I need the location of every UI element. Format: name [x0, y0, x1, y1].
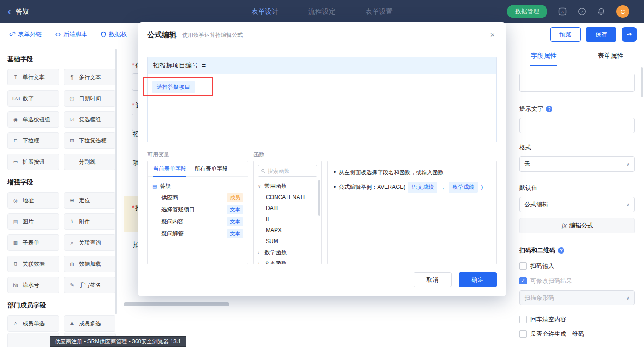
- field-item-image[interactable]: ▤图片: [7, 213, 59, 230]
- func-item-sum[interactable]: SUM: [254, 236, 321, 247]
- field-item-single-line-text[interactable]: T单行文本: [7, 69, 59, 85]
- field-item-radio-group[interactable]: ◉单选按钮组: [7, 111, 59, 128]
- format-select[interactable]: 无∨: [519, 156, 635, 172]
- field-item-datetime[interactable]: ◷日期时间: [64, 90, 116, 107]
- translate-icon[interactable]: A: [558, 7, 567, 16]
- field-label: 扩展按钮: [23, 158, 45, 166]
- field-item-linked-data[interactable]: ⧉关联数据: [7, 256, 59, 272]
- field-item-member-single[interactable]: ♙成员单选: [7, 315, 59, 332]
- avatar[interactable]: C: [616, 5, 629, 18]
- tree-field-question-answer[interactable]: 疑问解答文本: [152, 228, 243, 239]
- question-icon[interactable]: ?: [558, 247, 564, 254]
- default-value-select[interactable]: 公式编辑∨: [519, 197, 635, 212]
- field-item-checkbox-group[interactable]: ☑复选框组: [64, 111, 116, 128]
- formula-field-chip[interactable]: 选择答疑项目: [152, 81, 195, 93]
- modify-scan-result-checkbox[interactable]: ✓可修改扫码结果: [519, 277, 635, 285]
- tab-all-form-fields[interactable]: 所有表单字段: [195, 161, 228, 177]
- tree-field-select-project[interactable]: 选择答疑项目文本: [152, 204, 243, 216]
- formula-help-panel: • 从左侧面板选择字段名和函数，或输入函数 • 公式编辑举例：AVERAGE( …: [327, 161, 497, 264]
- confirm-button[interactable]: 确定: [459, 272, 497, 287]
- field-label: 分割线: [79, 158, 96, 166]
- bell-icon[interactable]: [597, 7, 605, 16]
- field-item-data-load[interactable]: ılı数据加载: [64, 256, 116, 272]
- hint-text-label: 提示文字?: [519, 105, 635, 113]
- sidebar-scrollbar[interactable]: [115, 49, 117, 314]
- field-label: 定位: [79, 197, 90, 205]
- help-icon[interactable]: ?: [578, 7, 586, 16]
- field-item-number[interactable]: 123数字: [7, 90, 59, 107]
- address-icon: ◎: [12, 198, 20, 204]
- generate-qrcode-checkbox[interactable]: 是否允许生成二维码: [519, 330, 635, 338]
- top-navigation-bar: ‹ 答疑 表单设计 流程设定 表单设置 数据管理 A ? C: [0, 0, 644, 23]
- tab-form-properties[interactable]: 表单属性: [577, 46, 644, 66]
- back-icon[interactable]: ‹: [7, 6, 11, 17]
- functions-label: 函数: [253, 151, 264, 159]
- tree-field-supplier[interactable]: 供应商成员: [152, 192, 243, 204]
- edit-formula-button[interactable]: ƒx编辑公式: [519, 218, 635, 233]
- function-search-input[interactable]: [268, 168, 315, 174]
- field-item-signature[interactable]: ✎手写签名: [64, 277, 116, 293]
- tree-field-question-content[interactable]: 疑问内容文本: [152, 216, 243, 228]
- functions-scrollbar[interactable]: [318, 180, 320, 216]
- field-palette-sidebar: 基础字段 T单行文本 ¶多行文本 123数字 ◷日期时间 ◉单选按钮组 ☑复选框…: [0, 46, 123, 347]
- field-item-attachment[interactable]: ⌇附件: [64, 213, 116, 230]
- link-icon: [9, 31, 16, 38]
- equals-sign: =: [202, 62, 206, 69]
- func-group-math[interactable]: ›数学函数: [254, 247, 321, 258]
- field-item-dropdown[interactable]: ⊟下拉框: [7, 132, 59, 149]
- func-item-if[interactable]: IF: [254, 214, 321, 225]
- canvas-horizontal-scrollbar[interactable]: [124, 302, 229, 306]
- checkbox-group-icon: ☑: [68, 117, 76, 123]
- caret-down-icon: ∨: [258, 184, 262, 189]
- field-item-linked-query[interactable]: ⌕关联查询: [64, 234, 116, 251]
- cancel-button[interactable]: 取消: [414, 272, 452, 287]
- bullet-icon: •: [334, 168, 336, 177]
- field-item-multi-line-text[interactable]: ¶多行文本: [64, 69, 116, 85]
- close-icon[interactable]: ×: [490, 31, 495, 39]
- field-item-serial-number[interactable]: №流水号: [7, 277, 59, 293]
- tab-form-design[interactable]: 表单设计: [251, 7, 279, 16]
- field-item-multi-dropdown[interactable]: ⊞下拉复选框: [64, 132, 116, 149]
- scan-section-title: 扫码和二维码?: [519, 246, 635, 255]
- tab-current-form-fields[interactable]: 当前表单字段: [153, 161, 186, 177]
- hint-text-input[interactable]: [519, 118, 635, 133]
- field-item-divider[interactable]: ≡分割线: [64, 154, 116, 170]
- section-title-basic-fields: 基础字段: [7, 55, 115, 63]
- field-item-member-multi[interactable]: ♟成员多选: [64, 315, 116, 332]
- func-group-common[interactable]: ∨常用函数: [254, 181, 321, 192]
- field-item-location[interactable]: ⊕定位: [64, 192, 116, 209]
- svg-text:A: A: [561, 10, 564, 14]
- tab-form-settings[interactable]: 表单设置: [365, 7, 393, 16]
- formula-body[interactable]: 选择答疑项目: [148, 74, 496, 142]
- modal-title: 公式编辑: [147, 30, 177, 40]
- tree-root-form[interactable]: ▤答疑: [152, 181, 243, 192]
- func-item-date[interactable]: DATE: [254, 203, 321, 214]
- tab-field-properties[interactable]: 字段属性: [510, 46, 577, 66]
- properties-scrollbar[interactable]: [641, 67, 643, 97]
- external-link-button[interactable]: 表单外链: [9, 30, 42, 39]
- field-item-address[interactable]: ◎地址: [7, 192, 59, 209]
- scan-input-checkbox[interactable]: 扫码输入: [519, 262, 635, 270]
- tab-flow-settings[interactable]: 流程设定: [308, 7, 336, 16]
- func-group-text[interactable]: ›文本函数: [254, 258, 321, 264]
- field-item-extend-button[interactable]: ▭扩展按钮: [7, 154, 59, 170]
- func-item-concatenate[interactable]: CONCATENATE: [254, 192, 321, 203]
- checkbox-icon: [519, 316, 527, 323]
- data-load-icon: ılı: [68, 261, 76, 267]
- data-manage-button[interactable]: 数据管理: [507, 5, 547, 18]
- preview-button[interactable]: 预览: [550, 27, 581, 42]
- share-button[interactable]: [622, 27, 637, 42]
- func-item-mapx[interactable]: MAPX: [254, 225, 321, 236]
- field-title-input[interactable]: [519, 74, 635, 92]
- field-item-subform[interactable]: ▦子表单: [7, 234, 59, 251]
- field-type-tag: 成员: [227, 193, 243, 202]
- data-permission-button[interactable]: 数据权: [100, 30, 127, 39]
- function-search[interactable]: [258, 165, 317, 177]
- field-label: 流水号: [23, 281, 39, 289]
- save-button[interactable]: 保存: [586, 27, 616, 42]
- field-label: 关联数据: [23, 260, 45, 268]
- question-icon[interactable]: ?: [546, 106, 552, 112]
- enter-clear-checkbox[interactable]: 回车清空内容: [519, 315, 635, 324]
- formula-editor[interactable]: 招投标项目编号 = 选择答疑项目: [147, 57, 497, 142]
- backend-script-button[interactable]: 后端脚本: [55, 30, 87, 39]
